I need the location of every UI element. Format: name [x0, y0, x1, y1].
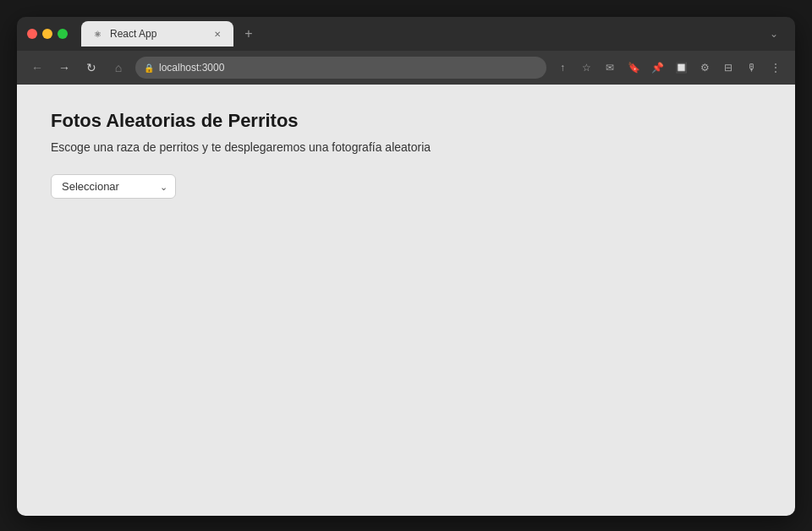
new-tab-button[interactable]: +: [237, 22, 261, 46]
browser-window: ⚛ React App ✕ + ⌄ ← → ↻ ⌂ 🔒 localhost:30…: [17, 17, 795, 516]
breed-select[interactable]: SeleccionarAffenpinscherAfricanAiredaleA…: [51, 174, 176, 199]
page-subtitle: Escoge una raza de perritos y te despleg…: [51, 140, 761, 154]
forward-button[interactable]: →: [54, 57, 74, 78]
close-button[interactable]: [27, 29, 37, 39]
nav-actions: ↑ ☆ ✉ 🔖 📌 🔲 ⚙ ⊟ 🎙 ⋮: [553, 58, 785, 77]
maximize-button[interactable]: [58, 29, 68, 39]
page-title: Fotos Aleatorias de Perritos: [51, 110, 761, 132]
settings-icon[interactable]: ⚙: [695, 58, 714, 77]
bookmark-icon[interactable]: ☆: [577, 58, 595, 77]
traffic-lights: [27, 29, 68, 39]
address-text: localhost:3000: [159, 62, 224, 74]
tab-close-button[interactable]: ✕: [211, 28, 223, 40]
tab-bar: ⚛ React App ✕ + ⌄: [81, 21, 785, 47]
extension1-icon[interactable]: 🔖: [624, 58, 643, 77]
extension3-icon[interactable]: 🔲: [672, 58, 690, 77]
tab-actions: ⌄: [763, 25, 785, 43]
tab-chevron-icon[interactable]: ⌄: [763, 25, 785, 43]
mail-icon[interactable]: ✉: [601, 58, 619, 77]
tab-title-label: React App: [110, 28, 205, 40]
active-tab[interactable]: ⚛ React App ✕: [81, 21, 233, 47]
home-button[interactable]: ⌂: [108, 57, 129, 78]
lock-icon: 🔒: [144, 63, 154, 73]
minimize-button[interactable]: [42, 29, 52, 39]
extension2-icon[interactable]: 📌: [648, 58, 667, 77]
reload-button[interactable]: ↻: [81, 57, 102, 78]
share-icon[interactable]: ↑: [553, 58, 572, 77]
address-bar[interactable]: 🔒 localhost:3000: [135, 57, 546, 79]
more-icon[interactable]: ⋮: [766, 58, 785, 77]
nav-bar: ← → ↻ ⌂ 🔒 localhost:3000 ↑ ☆ ✉ 🔖 📌 🔲 ⚙ ⊟…: [17, 51, 795, 85]
sidebar-icon[interactable]: ⊟: [719, 58, 738, 77]
page-content: Fotos Aleatorias de Perritos Escoge una …: [17, 85, 795, 516]
title-bar: ⚛ React App ✕ + ⌄: [17, 17, 795, 51]
tab-favicon-icon: ⚛: [91, 28, 103, 40]
breed-select-wrapper: SeleccionarAffenpinscherAfricanAiredaleA…: [51, 174, 176, 199]
back-button[interactable]: ←: [27, 57, 47, 78]
microphone-icon[interactable]: 🎙: [743, 58, 761, 77]
